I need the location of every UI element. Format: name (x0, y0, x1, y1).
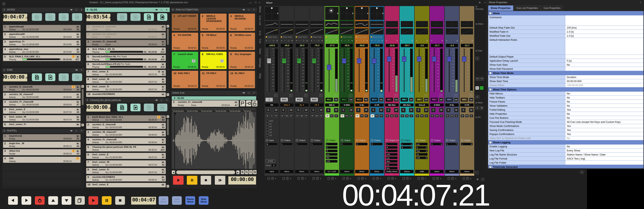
scroll-left-arrow[interactable]: ◂ (172, 170, 175, 174)
menu-icon[interactable]: ≡ (322, 40, 323, 42)
strip-re-button[interactable]: RE (405, 114, 409, 117)
property-value[interactable]: No (565, 100, 644, 104)
expand-plus-icon[interactable]: + (379, 94, 382, 97)
solo-button[interactable]: S (416, 108, 421, 112)
cue-pause-button[interactable] (58, 74, 69, 81)
cue-row[interactable]: 3appenloop_FrAsleepGo: 01:30:00:00000:10… (3, 40, 80, 46)
collapse-icon[interactable]: − (298, 177, 300, 180)
strip-di-button[interactable]: DI (424, 114, 428, 117)
output-route-field[interactable]: Lss (386, 156, 398, 159)
solo-button[interactable]: S (281, 108, 286, 112)
output-route-field[interactable]: C (356, 143, 368, 145)
strip-id-label[interactable]: MB4 (430, 98, 438, 102)
cue-row[interactable]: 2secintro_NI_channel7DoneGone00:00:54A6 (86, 32, 166, 38)
strip-type-label[interactable]: Mono (445, 170, 458, 173)
output-route-field[interactable]: 1 (311, 143, 322, 145)
output-route-field[interactable]: LFE5 (416, 156, 428, 159)
group-checkbox-FR[interactable]: FR (266, 125, 274, 128)
window-titlebar-pan[interactable]: 6 - PAN AUTOMATION□× (170, 8, 257, 12)
add-icon[interactable]: + (326, 40, 327, 42)
menu-icon[interactable]: ≡ (412, 40, 413, 42)
add-icon[interactable]: + (341, 40, 342, 42)
global-power-icon[interactable] (2, 2, 6, 6)
mute-button[interactable]: M (469, 108, 474, 112)
pan-xy-pad[interactable] (265, 7, 278, 20)
menu-icon[interactable]: ≡ (290, 178, 291, 180)
cue-row[interactable]: 7live1_zomer_NIAsleepGo: 01:00:00:00000:… (86, 160, 166, 166)
rail-box-icon[interactable]: □ (476, 171, 478, 174)
fader-track[interactable] (299, 49, 300, 92)
expand-plus-icon[interactable]: + (394, 94, 397, 97)
strip-sf-button[interactable]: SF (266, 114, 269, 117)
pan-xy-pad[interactable] (340, 7, 354, 20)
collapse-icon[interactable]: − (268, 177, 270, 180)
menu-icon[interactable]: ≡ (396, 40, 398, 42)
strip-type-label[interactable]: Mono (370, 170, 384, 173)
property-value[interactable]: No (565, 136, 644, 140)
pin-icon[interactable] (155, 99, 158, 101)
cue-row[interactable]: 1appendloopEAsleepGo: 01:30:00:00000:10:… (3, 25, 80, 31)
strip-type-label[interactable]: Mono (310, 170, 324, 173)
strip-sf-button[interactable]: SF (461, 114, 464, 117)
strip-name-label[interactable]: EN (265, 104, 278, 107)
property-value[interactable]: No (565, 63, 644, 67)
strip-mini-toolbar[interactable]: +≡ (400, 40, 414, 42)
pin-icon[interactable] (70, 8, 72, 11)
cue-row[interactable]: 5SLS_FINAL2_FULLMIX_01.LPlaying00:03:07 … (3, 55, 80, 61)
cue-row[interactable]: 10live2_zomer_E (86, 183, 166, 187)
transport-next-button[interactable] (22, 196, 31, 205)
window-titlebar-chasing[interactable]: 5 - Chasing the ghost particule□× (85, 98, 170, 102)
property-value[interactable]: No (565, 92, 644, 96)
cue-row[interactable]: 5Chasing the ghost particule ENG NL FRAs… (86, 145, 166, 152)
property-value[interactable] (565, 55, 644, 58)
menu-icon[interactable]: ≡ (366, 40, 368, 42)
menu-icon[interactable]: ≡ (276, 40, 278, 42)
strip-gain-value[interactable]: -58.8 (356, 44, 368, 47)
cue-row[interactable]: 1secintro_E_channel6DoneGone00:00:54A5 (86, 25, 166, 31)
t-icon[interactable]: T (271, 177, 274, 180)
scroll-thumb[interactable] (167, 119, 169, 135)
strip-mini-toolbar[interactable]: +−□≡ (325, 40, 338, 42)
collapse-icon[interactable]: − (489, 12, 492, 14)
mute-button[interactable]: M (364, 108, 368, 112)
cue-list-scrollbar[interactable]: ▲▼ (166, 115, 169, 188)
mute-button[interactable]: M (289, 108, 294, 112)
output-route-field[interactable]: Rrs (326, 156, 338, 159)
minus-icon[interactable]: − (374, 40, 376, 42)
transport-play-button[interactable] (88, 196, 98, 205)
output-route-field[interactable]: M (266, 143, 278, 145)
zoom-fit-icon[interactable] (249, 170, 252, 174)
strip-mini-toolbar[interactable]: +−□≡ (295, 40, 308, 42)
strip-mini-toolbar[interactable]: +−□≡ (355, 40, 368, 42)
properties-close-icon[interactable]: × (640, 1, 641, 4)
expand-plus-icon[interactable]: + (439, 94, 442, 97)
fader-handle[interactable] (267, 58, 271, 64)
output-route-field[interactable]: L (386, 143, 398, 145)
cue-row[interactable]: 4secintro_Fr_channel8AsleepGo: 00:00:03:… (86, 138, 166, 144)
strip-di-button[interactable]: DI (470, 114, 473, 117)
menu-icon[interactable]: ≡ (320, 178, 321, 180)
close-icon[interactable]: × (80, 130, 83, 132)
pan-cue-button[interactable]: 3MIDDLE REVERSEReady00:00:01 (228, 14, 255, 31)
strip-name-label[interactable]: G FR (370, 104, 384, 107)
pan-cue-button[interactable]: 11FR ONLYReady00:00:10 (200, 71, 226, 88)
fader-track[interactable] (329, 49, 330, 92)
strip-name-label[interactable]: Mix Bus (400, 104, 414, 107)
strip-id-label[interactable]: MG4 (370, 98, 378, 102)
cue-list-scrollbar[interactable]: ▲▼ (166, 25, 169, 96)
strip-re-button[interactable]: RE (300, 114, 304, 117)
strip-gain-value[interactable]: -76.3 (371, 44, 383, 47)
strip-type-label[interactable]: 5.1 / LCR (325, 170, 338, 173)
cue-row[interactable]: 6SecretLiveOfStars-FR (2) Pro ToolsPlayi… (86, 62, 166, 68)
strip-name-label[interactable]: FR S (310, 104, 324, 107)
dynamics-curve-panel[interactable] (431, 28, 443, 34)
fader-handle[interactable] (312, 58, 316, 64)
section-header-timecode-generator[interactable]: +TimeCode Generator (488, 165, 644, 168)
group-checkbox-ENG[interactable]: ENG (266, 120, 274, 122)
cue-pause-button[interactable] (144, 104, 154, 111)
strip-id-label[interactable]: MB5 (446, 98, 453, 102)
pan-cue-button[interactable]: 9ALL languagesReady00:00:10 (228, 52, 255, 69)
cue-play-button[interactable] (45, 13, 55, 21)
maximize-icon[interactable]: □ (160, 8, 163, 11)
strip-mini-toolbar[interactable]: +≡ (445, 40, 458, 42)
